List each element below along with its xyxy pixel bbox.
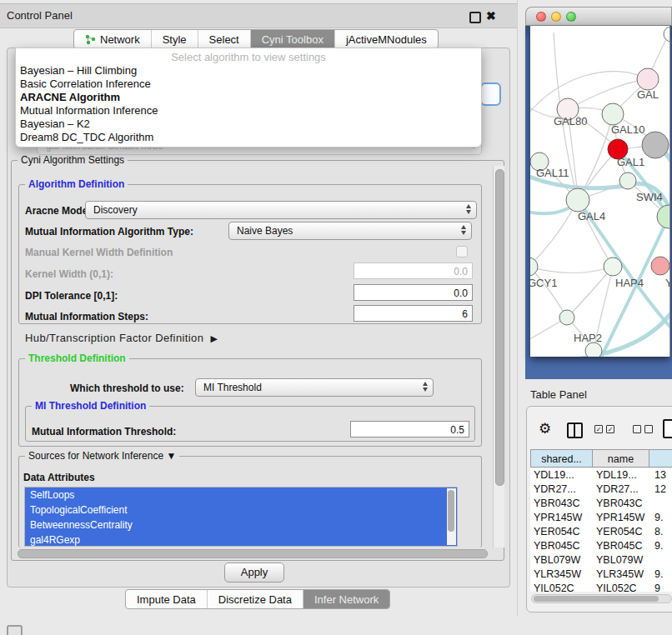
scrollbar-thumb[interactable] (495, 169, 504, 486)
algorithm-item[interactable]: Mutual Information Inference (16, 104, 481, 118)
tab-infer-network[interactable]: Infer Network (303, 590, 389, 608)
scrollbar-thumb[interactable] (534, 596, 659, 602)
apply-button[interactable]: Apply (224, 562, 284, 582)
unchecked-checkbox-icon[interactable] (633, 425, 641, 433)
table-cell[interactable]: 8. (654, 525, 663, 539)
close-icon[interactable]: ✖ (486, 8, 496, 23)
table-row[interactable]: YLR345WYLR345W9. (530, 568, 672, 582)
table-cell[interactable]: YLR345W (596, 568, 644, 582)
scrollbar-thumb[interactable] (18, 549, 488, 558)
settings-vertical-scrollbar[interactable] (493, 166, 504, 548)
table-cell[interactable]: YBR045C (596, 539, 643, 553)
network-node[interactable] (566, 188, 589, 212)
table-row[interactable]: YDR27...YDR27...12 (530, 482, 672, 497)
network-node[interactable] (530, 258, 538, 276)
table-horizontal-scrollbar[interactable] (531, 594, 672, 603)
table-cell[interactable]: YPR145W (534, 511, 582, 525)
algorithm-item[interactable]: Dream8 DC_TDC Algorithm (16, 131, 481, 144)
mi-threshold-input[interactable]: 0.5 (350, 421, 469, 438)
data-attributes-list[interactable]: SelfLoops TopologicalCoefficient Between… (24, 487, 458, 547)
mi-steps-input[interactable]: 6 (354, 305, 473, 322)
table-cell[interactable]: 9. (654, 511, 663, 525)
table-body[interactable]: YDL19...YDL19...13YDR27...YDR27...12YBR0… (530, 468, 672, 592)
column-layout-icon[interactable] (567, 422, 583, 438)
network-node[interactable] (637, 68, 659, 90)
scrollbar-thumb[interactable] (448, 490, 454, 532)
table-cell[interactable]: YER054C (596, 525, 643, 539)
table-row[interactable]: YER054CYER054C8. (530, 525, 672, 539)
table-row[interactable]: YIL052CYIL052C9 (530, 582, 672, 592)
table-cell[interactable]: 13 (654, 468, 666, 482)
mi-type-combo[interactable]: Naive Bayes (228, 222, 472, 240)
network-node[interactable] (619, 172, 636, 189)
gear-icon[interactable]: ⚙ (539, 420, 551, 438)
tab-discretize-data[interactable]: Discretize Data (208, 590, 303, 608)
network-canvas[interactable]: GALGAL80GAL10GAL1GAL11SWI4GAL4GCY1HAP4YH… (530, 26, 670, 357)
float-window-icon[interactable] (469, 12, 481, 23)
algorithm-item[interactable]: Bayesian – K2 (16, 118, 481, 131)
hub-definition-expander[interactable]: Hub/Transcription Factor Definition▶ (25, 332, 218, 344)
kernel-width-input[interactable]: 0.0 (354, 262, 473, 279)
dpi-tolerance-input[interactable]: 0.0 (354, 284, 473, 301)
network-node[interactable] (585, 342, 602, 357)
minimize-traffic-light[interactable] (551, 12, 561, 22)
network-node[interactable] (664, 27, 669, 42)
attribute-item[interactable]: BetweennessCentrality (25, 518, 457, 532)
tab-select[interactable]: Select (198, 30, 251, 48)
tab-network[interactable]: Network (74, 30, 152, 48)
table-cell[interactable]: YBL079W (534, 553, 580, 568)
table-row[interactable]: YBR045CYBR045C9. (530, 539, 672, 553)
table-cell[interactable]: 9. (654, 539, 663, 553)
column-header-shared-name[interactable]: shared... (530, 449, 593, 468)
tab-style[interactable]: Style (152, 30, 198, 48)
table-cell[interactable]: YBR045C (534, 539, 580, 553)
attribute-item[interactable]: SelfLoops (25, 488, 457, 502)
sources-expander[interactable]: Sources for Network Inference ▼ (25, 450, 179, 462)
checked-checkbox-icon[interactable]: ✓ (594, 425, 603, 433)
manual-kernel-checkbox[interactable] (456, 246, 468, 258)
table-cell[interactable]: YPR145W (596, 511, 644, 525)
table-cell[interactable]: 9 (654, 582, 660, 592)
network-node[interactable] (602, 103, 624, 125)
table-cell[interactable]: 12 (654, 482, 666, 497)
table-cell[interactable]: YDR27... (534, 482, 576, 497)
tab-cyni-toolbox[interactable]: Cyni Toolbox (251, 30, 335, 48)
close-traffic-light[interactable] (536, 12, 546, 22)
which-threshold-combo[interactable]: MI Threshold (195, 378, 434, 397)
network-node[interactable] (559, 310, 574, 325)
table-cell[interactable]: YBL079W (596, 553, 643, 568)
table-cell[interactable]: YDL19... (596, 468, 637, 482)
tab-jactivemnodules[interactable]: jActiveMNodules (335, 30, 438, 48)
table-row[interactable]: YBR043CYBR043C (530, 497, 672, 511)
table-row[interactable]: YBL079WYBL079W (530, 553, 672, 568)
column-header-partial[interactable] (649, 449, 672, 468)
table-cell[interactable]: YDL19... (534, 468, 574, 482)
algorithm-item[interactable]: Bayesian – Hill Climbing (16, 64, 481, 78)
table-cell[interactable]: 9. (654, 568, 663, 582)
list-vertical-scrollbar[interactable] (447, 488, 456, 545)
table-cell[interactable]: YLR345W (534, 568, 581, 582)
unchecked-checkbox-icon[interactable] (644, 425, 653, 433)
table-cell[interactable]: YIL052C (534, 582, 574, 592)
attribute-item[interactable]: TopologicalCoefficient (25, 502, 457, 518)
tab-impute-data[interactable]: Impute Data (126, 590, 208, 608)
aracne-mode-combo[interactable]: Discovery (85, 201, 477, 219)
column-header-name[interactable]: name (592, 449, 649, 468)
attribute-item[interactable]: gal4RGexp (25, 532, 457, 547)
checked-checkbox-icon[interactable]: ✓ (606, 425, 614, 433)
table-cell[interactable]: YBR043C (534, 497, 580, 511)
table-row[interactable]: YPR145WYPR145W9. (530, 511, 672, 525)
minimized-panel-icon[interactable] (7, 625, 23, 635)
table-cell[interactable]: YDR27... (596, 482, 639, 497)
algorithm-item-selected[interactable]: ARACNE Algorithm (16, 91, 481, 104)
algorithm-item[interactable]: Basic Correlation Inference (16, 78, 481, 91)
network-node[interactable] (604, 258, 622, 276)
network-node[interactable] (642, 132, 669, 158)
document-icon[interactable] (663, 419, 672, 438)
network-window-titlebar[interactable] (525, 7, 672, 26)
zoom-traffic-light[interactable] (566, 12, 576, 22)
table-cell[interactable]: YER054C (534, 525, 580, 539)
network-node[interactable] (651, 257, 669, 275)
table-row[interactable]: YDL19...YDL19...13 (530, 468, 672, 482)
table-cell[interactable]: YIL052C (596, 582, 637, 592)
